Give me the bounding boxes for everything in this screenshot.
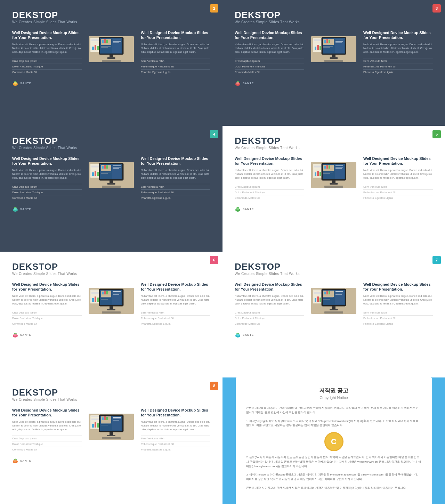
left-block-7: Well Designed Device Mockup Slides for Y… xyxy=(12,408,82,452)
list-item: Sem Vehicula Nibh xyxy=(141,58,210,64)
svg-rect-52 xyxy=(335,40,343,40)
slide-title-4: DEKSTOP xyxy=(235,136,433,145)
right-block-1: Well Designed Device Mockup Slides for Y… xyxy=(141,30,210,75)
slide-subtitle-2: We Creates Simple Slides That Works xyxy=(235,20,433,24)
list-item: Commodo Mattis Sit xyxy=(12,69,82,75)
svg-rect-109 xyxy=(323,172,333,172)
brand-name-6: SANTE xyxy=(243,333,254,336)
copyright-slide: 저작권 공고 Copyright Notice 콘텐츠 저작물을 사용하기 전에… xyxy=(222,377,445,504)
copyright-text-4: 3. 이미지(Image) & 아이콘(Icon) 콘텐츠에 사용된 이미지의 … xyxy=(246,473,421,482)
slide-number-3: 4 xyxy=(210,130,218,138)
svg-rect-84 xyxy=(113,168,119,169)
left-block-5: Well Designed Device Mockup Slides for Y… xyxy=(12,282,82,326)
list-item: Sem Vehicula Nibh xyxy=(141,310,210,315)
right-body-6: Nulla vitae elit libero, a pharetra augu… xyxy=(363,294,433,306)
brand-footer-5: SANTE xyxy=(12,332,210,338)
svg-rect-50 xyxy=(323,47,330,48)
svg-rect-147 xyxy=(102,311,121,314)
right-list-6: Sem Vehicula Nibh Pellentesque Parturien… xyxy=(363,310,433,326)
svg-rect-65 xyxy=(92,172,94,176)
svg-rect-17 xyxy=(104,39,106,43)
right-heading-1: Well Designed Device Mockup Slides for Y… xyxy=(141,30,210,40)
list-item: Dolor Parturient Tristique xyxy=(12,64,82,69)
slide-content-2: Well Designed Device Mockup Slides for Y… xyxy=(235,30,433,75)
svg-rect-114 xyxy=(335,168,342,169)
copyright-logo: C xyxy=(246,432,421,451)
list-item: Pharetra Egestas Ligula xyxy=(141,321,210,326)
list-item: Sem Vehicula Nibh xyxy=(363,184,433,189)
svg-rect-112 xyxy=(335,165,343,166)
svg-rect-169 xyxy=(323,298,333,298)
svg-rect-56 xyxy=(330,57,338,59)
svg-rect-87 xyxy=(102,186,121,188)
svg-rect-96 xyxy=(317,171,319,176)
copyright-inner: 저작권 공고 Copyright Notice 콘텐츠 저작물을 사용하기 전에… xyxy=(236,377,431,504)
slide-number-4: 5 xyxy=(432,130,441,138)
slide-content-6: Well Designed Device Mockup Slides for Y… xyxy=(235,282,433,326)
right-body-1: Nulla vitae elit libero, a pharetra augu… xyxy=(141,42,210,54)
slide-title-3: DEKSTOP xyxy=(12,136,210,145)
list-item: Sem Vehicula Nibh xyxy=(141,184,210,189)
left-list-2: Cras Dapibus Ipsum Dolor Parturient Tris… xyxy=(235,58,304,75)
brand-name-4: SANTE xyxy=(243,208,254,211)
mockup-6 xyxy=(311,282,356,326)
brand-icon-7 xyxy=(12,457,18,464)
svg-rect-198 xyxy=(106,417,108,420)
slide-title-5: DEKSTOP xyxy=(12,262,210,271)
svg-rect-82 xyxy=(113,165,121,166)
svg-rect-54 xyxy=(335,42,342,43)
svg-rect-53 xyxy=(335,41,343,42)
slide-7: 8 DEKSTOP We Creates Simple Slides That … xyxy=(0,377,222,504)
copyright-text-2: 1. 저작(Copyright) 이도 창작성이 있는 모든 저작 및 영상물 … xyxy=(246,419,421,428)
right-heading-3: Well Designed Device Mockup Slides for Y… xyxy=(141,156,210,166)
svg-rect-86 xyxy=(107,183,115,185)
slide-number-6: 7 xyxy=(432,256,441,264)
svg-rect-19 xyxy=(101,46,111,47)
svg-rect-6 xyxy=(95,45,96,50)
slide-content-1: Well Designed Device Mockup Slides for Y… xyxy=(12,30,210,75)
list-item: Cras Dapibus Ipsum xyxy=(12,58,82,64)
left-body-2: Nulla vitae elit libero, a pharetra augu… xyxy=(235,42,304,54)
left-list-3: Cras Dapibus Ipsum Dolor Parturient Tris… xyxy=(12,184,82,201)
svg-rect-177 xyxy=(324,311,343,314)
brand-footer-3: SANTE xyxy=(12,206,210,212)
slide-4: 5 DEKSTOP We Creates Simple Slides That … xyxy=(222,126,445,252)
right-list-3: Sem Vehicula Nibh Pellentesque Parturien… xyxy=(141,184,210,201)
slide-title-1: DEKSTOP xyxy=(12,10,210,19)
svg-rect-20 xyxy=(101,47,108,48)
svg-rect-47 xyxy=(326,39,328,43)
brand-footer-6: SANTE xyxy=(235,332,433,338)
right-heading-2: Well Designed Device Mockup Slides for Y… xyxy=(363,30,433,40)
list-item: Pharetra Egestas Ligula xyxy=(141,447,210,452)
right-heading-5: Well Designed Device Mockup Slides for Y… xyxy=(141,282,210,292)
left-block-3: Well Designed Device Mockup Slides for Y… xyxy=(12,156,82,201)
left-list-7: Cras Dapibus Ipsum Dolor Parturient Tris… xyxy=(12,436,82,452)
svg-rect-77 xyxy=(104,165,106,169)
left-heading-2: Well Designed Device Mockup Slides for Y… xyxy=(235,30,304,40)
list-item: Pellentesque Parturient Sit xyxy=(363,315,433,321)
svg-rect-155 xyxy=(315,298,316,302)
list-item: Commodo Mattis Sit xyxy=(12,195,82,201)
left-list-4: Cras Dapibus Ipsum Dolor Parturient Tris… xyxy=(235,184,304,201)
slide-content-3: Well Designed Device Mockup Slides for Y… xyxy=(12,156,210,201)
left-block-2: Well Designed Device Mockup Slides for Y… xyxy=(235,30,304,75)
svg-rect-78 xyxy=(106,165,108,169)
svg-rect-207 xyxy=(102,437,121,439)
right-heading-6: Well Designed Device Mockup Slides for Y… xyxy=(363,282,433,292)
svg-rect-83 xyxy=(113,167,121,168)
svg-rect-139 xyxy=(101,298,111,298)
left-heading-5: Well Designed Device Mockup Slides for Y… xyxy=(12,282,82,292)
list-item: Pellentesque Parturient Sit xyxy=(141,189,210,195)
right-body-2: Nulla vitae elit libero, a pharetra augu… xyxy=(363,42,433,54)
list-item: Sem Vehicula Nibh xyxy=(363,310,433,315)
svg-rect-202 xyxy=(113,417,121,418)
list-item: Pharetra Egestas Ligula xyxy=(141,69,210,75)
svg-rect-22 xyxy=(113,40,121,40)
right-body-4: Nulla vitae elit libero, a pharetra augu… xyxy=(363,168,433,180)
slide-number-1: 2 xyxy=(210,4,218,13)
list-item: Cras Dapibus Ipsum xyxy=(235,310,304,315)
slide-subtitle-4: We Creates Simple Slides That Works xyxy=(235,146,433,150)
svg-rect-97 xyxy=(319,172,321,176)
list-item: Commodo Mattis Sit xyxy=(12,321,82,326)
svg-rect-106 xyxy=(324,166,326,169)
